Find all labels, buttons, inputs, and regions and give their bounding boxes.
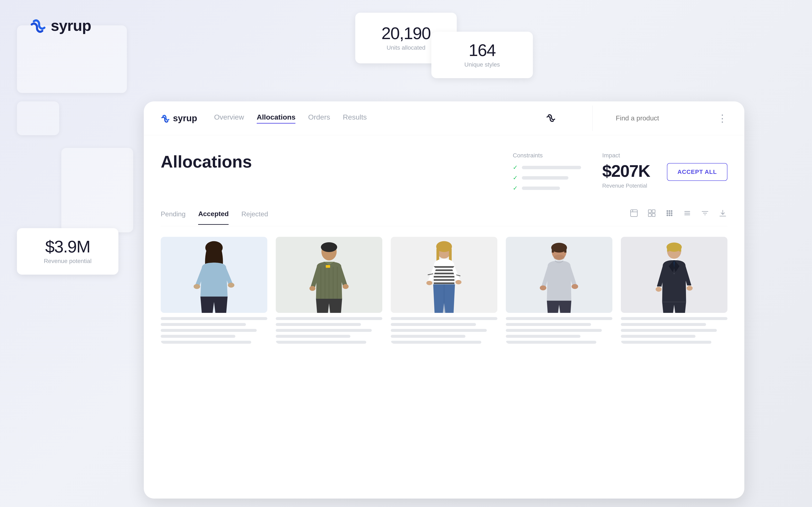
svg-rect-44 [434, 282, 454, 284]
view-grid-small-icon[interactable] [647, 209, 656, 220]
impact-label: Impact [602, 152, 650, 159]
svg-rect-1 [648, 210, 651, 213]
product-card-4[interactable] [506, 237, 612, 344]
accept-all-button[interactable]: ACCEPT ALL [667, 163, 727, 181]
svg-point-11 [666, 214, 668, 216]
product-line [161, 317, 267, 320]
product-lines-5 [621, 317, 727, 344]
product-line [506, 317, 612, 320]
impact-section: Impact $207K Revenue Potential [602, 152, 650, 189]
app-logo: syrup [161, 113, 197, 123]
svg-rect-3 [648, 214, 651, 217]
constraint-row-3: ✓ [513, 185, 581, 191]
styles-label: Unique styles [464, 61, 500, 68]
download-icon[interactable] [718, 209, 727, 220]
svg-point-66 [687, 286, 693, 290]
header-divider [592, 106, 593, 131]
product-lines-2 [276, 317, 382, 344]
top-brand-name: syrup [51, 17, 91, 34]
product-image-2 [276, 237, 382, 313]
view-grid-large-icon[interactable] [665, 209, 674, 220]
constraint-check-1: ✓ [513, 164, 518, 171]
constraint-check-2: ✓ [513, 174, 518, 181]
styles-stat-card: 164 Unique styles [432, 32, 533, 78]
svg-point-6 [669, 210, 670, 212]
product-card-5[interactable] [621, 237, 727, 344]
view-package-icon[interactable] [629, 209, 639, 220]
constraint-bar-3 [522, 186, 560, 190]
units-label: Units allocated [387, 44, 425, 51]
tab-actions [629, 209, 727, 226]
svg-point-62 [673, 273, 675, 274]
more-menu-button[interactable]: ⋮ [717, 112, 727, 124]
constraint-row-1: ✓ [513, 164, 581, 171]
tab-results[interactable]: Results [343, 113, 367, 124]
svg-point-24 [228, 283, 235, 287]
product-line [391, 323, 476, 326]
product-line [161, 323, 246, 326]
tab-allocations[interactable]: Allocations [257, 113, 295, 124]
svg-rect-2 [652, 210, 655, 213]
svg-point-33 [309, 286, 315, 291]
tab-pending[interactable]: Pending [161, 210, 186, 224]
svg-point-12 [669, 214, 670, 216]
svg-rect-32 [326, 265, 330, 268]
product-line [621, 323, 706, 326]
nav-tabs: Overview Allocations Orders Results [214, 113, 528, 124]
product-card-1[interactable] [161, 237, 267, 344]
svg-point-23 [194, 284, 200, 289]
app-syrup-icon [161, 114, 170, 123]
filter-icon[interactable] [700, 209, 710, 220]
constraint-row-2: ✓ [513, 174, 581, 181]
svg-rect-52 [552, 247, 554, 252]
product-line [391, 329, 487, 332]
syrup-icon-large [30, 17, 47, 34]
svg-point-5 [666, 210, 668, 212]
product-lines-3 [391, 317, 497, 344]
product-line [161, 341, 251, 344]
product-line [506, 341, 596, 344]
product-line [276, 335, 350, 338]
product-line [161, 335, 235, 338]
bg-decoration-1 [17, 25, 127, 93]
product-line [621, 317, 727, 320]
product-image-5 [621, 237, 727, 313]
search-input[interactable] [616, 114, 700, 122]
product-card-3[interactable] [391, 237, 497, 344]
product-lines-4 [506, 317, 612, 344]
product-line [391, 335, 465, 338]
svg-rect-43 [434, 279, 454, 281]
product-card-2[interactable] [276, 237, 382, 344]
svg-point-26 [321, 242, 337, 252]
constraints-section: Constraints ✓ ✓ ✓ [513, 152, 581, 191]
allocations-title: Allocations [161, 152, 513, 172]
svg-point-34 [343, 284, 349, 289]
allocations-header: Allocations Constraints ✓ ✓ ✓ [161, 152, 727, 191]
view-list-icon[interactable] [682, 209, 692, 220]
constraint-bar-2 [522, 176, 568, 180]
constraint-check-3: ✓ [513, 185, 518, 191]
product-line [506, 323, 591, 326]
content-tabs: Pending Accepted Rejected [161, 209, 727, 226]
svg-point-8 [666, 212, 668, 214]
svg-point-65 [656, 287, 662, 292]
impact-value: $207K [602, 161, 650, 181]
styles-number: 164 [469, 42, 496, 59]
tab-accepted[interactable]: Accepted [198, 210, 229, 225]
units-number: 20,190 [382, 25, 431, 42]
svg-rect-40 [434, 269, 454, 271]
product-lines-1 [161, 317, 267, 344]
revenue-label: Revenue potential [44, 258, 92, 265]
product-image-3 [391, 237, 497, 313]
app-window: syrup Overview Allocations Orders Result… [144, 101, 744, 499]
tab-rejected[interactable]: Rejected [241, 210, 268, 224]
product-grid [161, 237, 727, 344]
svg-point-55 [540, 285, 546, 290]
tab-overview[interactable]: Overview [214, 113, 244, 124]
app-content: Allocations Constraints ✓ ✓ ✓ [144, 135, 744, 344]
tab-orders[interactable]: Orders [308, 113, 330, 124]
bg-decoration-3 [61, 148, 133, 232]
revenue-stat-card: $3.9M Revenue potential [17, 228, 118, 275]
svg-point-48 [455, 280, 461, 284]
app-brand-name: syrup [173, 113, 197, 123]
